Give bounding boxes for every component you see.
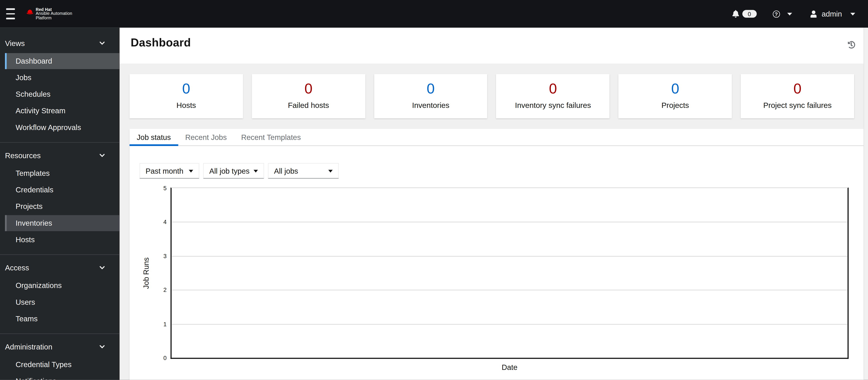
gridline — [172, 290, 847, 290]
card-label: Hosts — [177, 101, 196, 110]
gridline — [172, 324, 847, 324]
sidebar-item-label: Workflow Approvals — [16, 124, 81, 132]
username[interactable]: admin — [822, 10, 842, 18]
card-value[interactable]: 0 — [427, 81, 435, 96]
nav-section-title: Access — [5, 264, 29, 272]
nav-divider — [0, 333, 120, 334]
redhat-fedora-icon — [26, 9, 34, 15]
notifications-bell-icon[interactable] — [732, 10, 739, 18]
chart-plot-area[interactable]: 5 4 3 2 1 0 Job Runs — [170, 187, 849, 359]
card-value[interactable]: 0 — [671, 81, 679, 96]
sidebar-item-label: Templates — [16, 169, 50, 177]
job-select[interactable]: All jobs — [268, 163, 339, 179]
main-content: 0 Hosts 0 Failed hosts 0 Inventories 0 I… — [120, 64, 864, 380]
chart-filters: Past month All job types All jobs — [140, 163, 864, 179]
card-inventory-sync-failures[interactable]: 0 Inventory sync failures — [496, 74, 610, 118]
sidebar-item-label: Hosts — [16, 236, 35, 244]
help-caret-down-icon[interactable] — [787, 12, 792, 15]
sidebar-item-label: Activity Stream — [16, 107, 66, 115]
select-caret-icon — [328, 170, 333, 172]
card-label: Projects — [661, 101, 689, 110]
sidebar-item-activity-stream[interactable]: Activity Stream — [5, 103, 120, 119]
nav-section-header-administration[interactable]: Administration — [0, 341, 120, 353]
sidebar-item-inventories[interactable]: Inventories — [5, 215, 120, 231]
sidebar-item-organizations[interactable]: Organizations — [5, 277, 120, 293]
page-scrollbar[interactable] — [864, 28, 868, 380]
card-label: Failed hosts — [288, 101, 329, 110]
chevron-down-icon — [100, 266, 104, 269]
card-value[interactable]: 0 — [305, 81, 312, 96]
y-axis-tick: 2 — [163, 286, 166, 293]
card-value[interactable]: 0 — [182, 81, 190, 96]
y-axis-label: Job Runs — [142, 257, 150, 289]
sidebar-item-credentials[interactable]: Credentials — [5, 182, 120, 198]
y-axis-tick: 4 — [163, 218, 166, 225]
sidebar-item-label: Credentials — [16, 186, 54, 194]
chevron-down-icon — [100, 41, 104, 45]
gridline — [172, 222, 847, 223]
help-icon[interactable]: ? — [773, 10, 780, 18]
nav-section-title: Views — [5, 39, 25, 47]
card-label: Project sync failures — [763, 101, 832, 110]
sidebar-item-dashboard[interactable]: Dashboard — [5, 53, 120, 69]
tab-recent-jobs[interactable]: Recent Jobs — [178, 129, 234, 145]
sidebar-item-label: Teams — [16, 315, 38, 323]
nav-section-header-views[interactable]: Views — [0, 37, 120, 49]
brand-logo: Red Hat Ansible Automation Platform — [26, 8, 72, 20]
sidebar-item-credential-types[interactable]: Credential Types — [5, 356, 120, 373]
select-caret-icon — [253, 170, 258, 172]
user-icon — [810, 10, 817, 18]
sidebar-item-hosts[interactable]: Hosts — [5, 232, 120, 248]
history-icon[interactable] — [847, 41, 855, 48]
nav-section-header-access[interactable]: Access — [0, 262, 120, 274]
sidebar-item-teams[interactable]: Teams — [5, 311, 120, 327]
hamburger-menu-icon[interactable] — [6, 8, 15, 19]
nav-section-views: Views Dashboard Jobs Schedules Activity … — [0, 37, 120, 135]
card-value[interactable]: 0 — [549, 81, 557, 96]
sidebar-item-users[interactable]: Users — [5, 294, 120, 310]
help-glyph: ? — [775, 11, 778, 17]
gridline — [172, 256, 847, 256]
nav-section-title: Administration — [5, 343, 52, 351]
chevron-down-icon — [100, 154, 104, 157]
sidebar-item-label: Inventories — [16, 219, 52, 228]
sidebar-nav: Views Dashboard Jobs Schedules Activity … — [0, 28, 120, 380]
sidebar-item-notifications[interactable]: Notifications — [5, 373, 120, 380]
nav-section-header-resources[interactable]: Resources — [0, 149, 120, 162]
sidebar-item-jobs[interactable]: Jobs — [5, 70, 120, 86]
page-title: Dashboard — [131, 36, 191, 49]
brand-line3: Platform — [36, 16, 72, 20]
sidebar-item-projects[interactable]: Projects — [5, 199, 120, 215]
nav-section-resources: Resources Templates Credentials Projects… — [0, 149, 120, 248]
tab-bar: Job status Recent Jobs Recent Templates — [129, 129, 864, 146]
card-hosts[interactable]: 0 Hosts — [129, 74, 243, 118]
masthead-toolbar: 0 ? admin — [732, 10, 868, 18]
sidebar-item-label: Schedules — [16, 90, 51, 98]
nav-section-administration: Administration Credential Types Notifica… — [0, 341, 120, 380]
sidebar-item-label: Jobs — [16, 73, 31, 82]
y-axis-tick: 0 — [163, 354, 166, 361]
card-value[interactable]: 0 — [794, 81, 802, 96]
tab-recent-templates[interactable]: Recent Templates — [234, 129, 308, 145]
user-menu-caret-down-icon[interactable] — [850, 12, 855, 15]
sidebar-item-label: Credential Types — [16, 360, 72, 369]
notification-count-badge[interactable]: 0 — [742, 10, 756, 18]
period-select-value: Past month — [146, 167, 184, 175]
sidebar-item-schedules[interactable]: Schedules — [5, 86, 120, 102]
period-select[interactable]: Past month — [140, 163, 199, 179]
card-project-sync-failures[interactable]: 0 Project sync failures — [741, 74, 854, 118]
job-type-select[interactable]: All job types — [203, 163, 264, 179]
card-inventories[interactable]: 0 Inventories — [374, 74, 487, 118]
summary-cards-row: 0 Hosts 0 Failed hosts 0 Inventories 0 I… — [129, 74, 854, 118]
job-select-value: All jobs — [274, 167, 298, 175]
brand-line2: Ansible Automation — [36, 12, 72, 16]
tab-job-status[interactable]: Job status — [129, 129, 178, 145]
sidebar-item-label: Dashboard — [16, 57, 52, 65]
card-projects[interactable]: 0 Projects — [619, 74, 732, 118]
select-caret-icon — [189, 170, 193, 172]
card-label: Inventory sync failures — [515, 101, 591, 110]
card-failed-hosts[interactable]: 0 Failed hosts — [252, 74, 365, 118]
sidebar-item-templates[interactable]: Templates — [5, 165, 120, 181]
sidebar-item-workflow-approvals[interactable]: Workflow Approvals — [5, 119, 120, 136]
job-runs-chart: 5 4 3 2 1 0 Job Runs Date — [170, 187, 849, 379]
